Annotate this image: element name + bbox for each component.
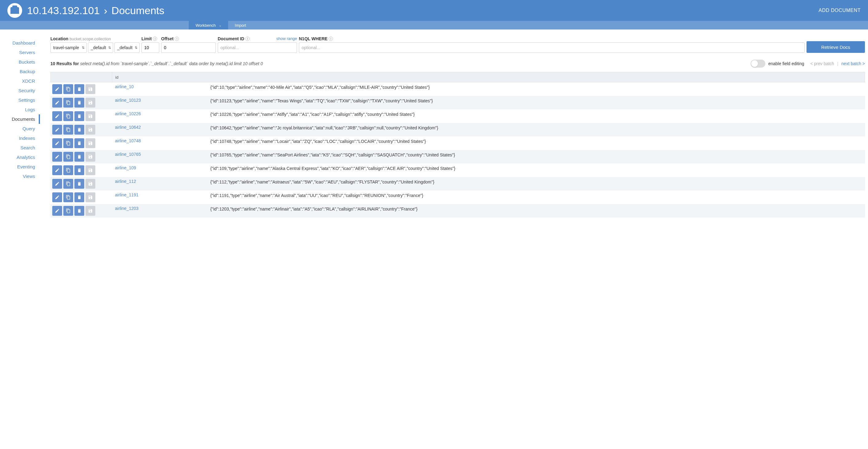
copy-button[interactable]: [63, 179, 73, 189]
doc-content-cell: {"id":112,"type":"airline","name":"Astra…: [210, 179, 865, 185]
copy-button[interactable]: [63, 84, 73, 94]
location-group: Location bucket.scope.collection travel-…: [51, 36, 140, 53]
save-button: [86, 206, 95, 216]
edit-button[interactable]: [52, 138, 62, 148]
sidebar-item-query[interactable]: Query: [0, 124, 40, 133]
header: 10.143.192.101 › Documents ADD DOCUMENT: [0, 0, 868, 21]
docid-group: Document ID i show range: [218, 36, 297, 53]
offset-input[interactable]: [161, 42, 216, 53]
doc-id-link[interactable]: airline_1191: [115, 192, 138, 197]
sidebar-item-security[interactable]: Security: [0, 86, 40, 95]
offset-label: Offset: [161, 36, 174, 41]
show-range-link[interactable]: show range: [276, 36, 297, 41]
doc-content-cell: {"id":1191,"type":"airline","name":"Air …: [210, 192, 865, 199]
info-icon[interactable]: i: [245, 37, 250, 41]
header-id: id: [112, 75, 211, 79]
edit-button[interactable]: [52, 111, 62, 121]
doc-id-link[interactable]: airline_112: [115, 179, 136, 184]
edit-button[interactable]: [52, 206, 62, 216]
copy-button[interactable]: [63, 152, 73, 162]
doc-id-link[interactable]: airline_109: [115, 165, 136, 170]
copy-button[interactable]: [63, 206, 73, 216]
delete-button[interactable]: [74, 98, 84, 107]
sidebar-item-eventing[interactable]: Eventing: [0, 162, 40, 171]
toggle-switch[interactable]: [750, 60, 765, 68]
edit-icon: [55, 168, 60, 173]
delete-button[interactable]: [74, 192, 84, 202]
delete-button[interactable]: [74, 165, 84, 175]
edit-button[interactable]: [52, 125, 62, 135]
tab-import[interactable]: Import: [228, 21, 253, 30]
sidebar-item-documents[interactable]: Documents: [0, 114, 40, 124]
copy-button[interactable]: [63, 192, 73, 202]
edit-button[interactable]: [52, 179, 62, 189]
table-row: airline_10{"id":10,"type":"airline","nam…: [51, 83, 865, 96]
copy-button[interactable]: [63, 125, 73, 135]
delete-button[interactable]: [74, 84, 84, 94]
row-actions: [51, 138, 112, 148]
next-batch-link[interactable]: next batch >: [841, 61, 865, 66]
add-document-button[interactable]: ADD DOCUMENT: [818, 8, 861, 13]
sidebar-item-dashboard[interactable]: Dashboard: [0, 38, 40, 47]
sidebar-item-xdcr[interactable]: XDCR: [0, 76, 40, 86]
doc-id-link[interactable]: airline_10: [115, 84, 134, 89]
tab-workbench[interactable]: Workbench ⌄: [189, 21, 228, 30]
collection-select[interactable]: _default: [114, 42, 140, 53]
doc-id-link[interactable]: airline_10765: [115, 152, 141, 157]
delete-button[interactable]: [74, 138, 84, 148]
sidebar-item-views[interactable]: Views: [0, 171, 40, 181]
edit-button[interactable]: [52, 192, 62, 202]
save-icon: [88, 100, 93, 105]
copy-button[interactable]: [63, 111, 73, 121]
delete-button[interactable]: [74, 206, 84, 216]
delete-button[interactable]: [74, 111, 84, 121]
main-content: Location bucket.scope.collection travel-…: [40, 30, 868, 221]
where-input[interactable]: [299, 42, 805, 53]
limit-input[interactable]: [142, 42, 159, 53]
doc-id-link[interactable]: airline_10123: [115, 98, 141, 103]
info-icon[interactable]: i: [153, 37, 157, 41]
delete-button[interactable]: [74, 125, 84, 135]
edit-button[interactable]: [52, 165, 62, 175]
delete-button[interactable]: [74, 179, 84, 189]
sidebar-item-logs[interactable]: Logs: [0, 105, 40, 114]
delete-icon: [77, 141, 82, 146]
copy-button[interactable]: [63, 165, 73, 175]
doc-id-link[interactable]: airline_10748: [115, 138, 141, 143]
edit-button[interactable]: [52, 98, 62, 107]
results-bar: 10 Results for select meta().id from `tr…: [51, 60, 865, 68]
delete-button[interactable]: [74, 152, 84, 162]
sidebar-item-backup[interactable]: Backup: [0, 67, 40, 76]
where-label: N1QL WHERE: [299, 36, 328, 41]
docid-input[interactable]: [218, 42, 297, 53]
enable-editing-toggle[interactable]: enable field editing: [750, 60, 804, 68]
row-actions: [51, 206, 112, 216]
info-icon[interactable]: i: [175, 37, 179, 41]
doc-id-link[interactable]: airline_10642: [115, 125, 141, 130]
bucket-select[interactable]: travel-sample: [51, 42, 87, 53]
edit-button[interactable]: [52, 152, 62, 162]
doc-id-link[interactable]: airline_1203: [115, 206, 138, 211]
delete-icon: [77, 87, 82, 92]
copy-button[interactable]: [63, 138, 73, 148]
sidebar-item-indexes[interactable]: Indexes: [0, 133, 40, 143]
edit-icon: [55, 114, 60, 119]
results-text: 10 Results for select meta().id from `tr…: [51, 61, 263, 66]
table-row: airline_10123{"id":10123,"type":"airline…: [51, 96, 865, 109]
edit-icon: [55, 100, 60, 105]
edit-button[interactable]: [52, 84, 62, 94]
sidebar-item-buckets[interactable]: Buckets: [0, 57, 40, 67]
edit-icon: [55, 195, 60, 200]
doc-content-cell: {"id":109,"type":"airline","name":"Alask…: [210, 165, 865, 172]
sidebar-item-servers[interactable]: Servers: [0, 47, 40, 57]
retrieve-button[interactable]: Retrieve Docs: [806, 41, 865, 53]
doc-id-link[interactable]: airline_10226: [115, 111, 141, 116]
copy-icon: [66, 154, 71, 159]
edit-icon: [55, 209, 60, 213]
sidebar-item-settings[interactable]: Settings: [0, 95, 40, 105]
sidebar-item-search[interactable]: Search: [0, 143, 40, 153]
info-icon[interactable]: i: [329, 37, 333, 41]
sidebar-item-analytics[interactable]: Analytics: [0, 153, 40, 162]
scope-select[interactable]: _default: [88, 42, 113, 53]
copy-button[interactable]: [63, 98, 73, 107]
